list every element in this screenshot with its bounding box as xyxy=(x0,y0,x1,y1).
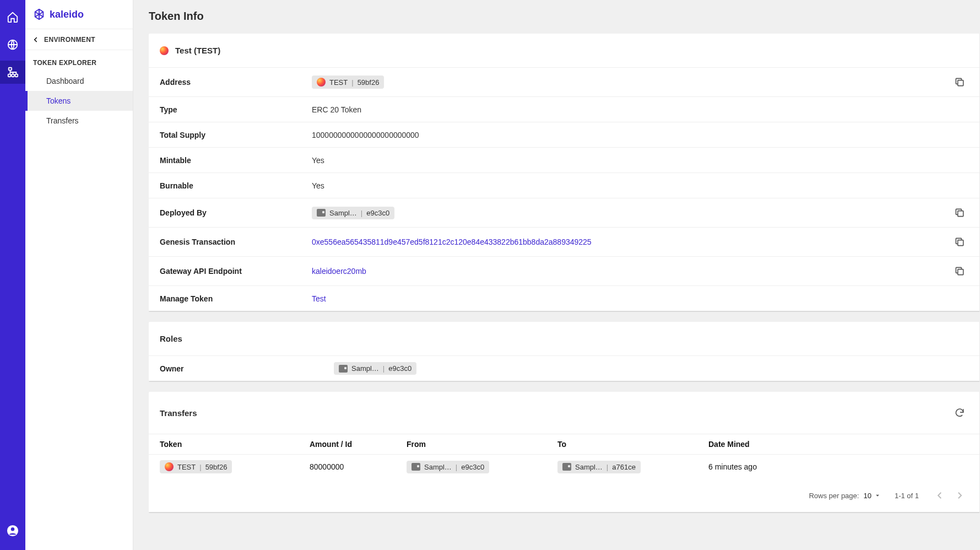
nav-transfers[interactable]: Transfers xyxy=(25,111,133,131)
chevron-left-icon xyxy=(935,490,945,500)
wallet-icon xyxy=(317,209,326,217)
owner-label: Owner xyxy=(160,364,334,373)
globe-icon xyxy=(7,39,19,51)
chip-id: a761ce xyxy=(612,463,636,471)
rail-home[interactable] xyxy=(0,6,25,29)
wallet-icon xyxy=(339,365,348,373)
table-pager: Rows per page: 10 1-1 of 1 xyxy=(149,479,979,512)
mintable-label: Mintable xyxy=(160,156,312,165)
rpp-value: 10 xyxy=(863,492,871,500)
chevron-left-icon xyxy=(32,36,40,44)
token-title: Test (TEST) xyxy=(175,46,220,55)
address-chip[interactable]: TEST | 59bf26 xyxy=(312,76,384,89)
svg-rect-7 xyxy=(958,80,963,86)
sidebar: kaleido ENVIRONMENT TOKEN EXPLORER Dashb… xyxy=(25,0,133,550)
next-page-button[interactable] xyxy=(952,488,967,503)
chevron-right-icon xyxy=(955,490,965,500)
environment-back[interactable]: ENVIRONMENT xyxy=(25,29,133,50)
row-date: 6 minutes ago xyxy=(708,462,968,471)
network-icon xyxy=(7,66,19,78)
wallet-icon xyxy=(562,463,571,471)
transfers-title: Transfers xyxy=(160,408,197,418)
svg-point-6 xyxy=(11,527,14,531)
nav-dashboard[interactable]: Dashboard xyxy=(25,71,133,91)
transfers-card: Transfers Token Amount / Id From To Date… xyxy=(149,392,980,513)
burnable-value: Yes xyxy=(312,181,968,190)
chip-name: Sampl… xyxy=(575,463,603,471)
person-icon xyxy=(7,525,19,537)
chip-id: 59bf26 xyxy=(358,78,380,87)
gateway-label: Gateway API Endpoint xyxy=(160,267,312,276)
roles-card: Roles Owner Sampl… | e9c3c0 xyxy=(149,322,980,382)
main-content: Token Info Test (TEST) Address TEST | 59… xyxy=(133,0,980,550)
chip-id: 59bf26 xyxy=(205,463,228,471)
gateway-link[interactable]: kaleidoerc20mb xyxy=(312,267,951,276)
copy-deployed-button[interactable] xyxy=(951,204,968,222)
type-label: Type xyxy=(160,105,312,114)
nav-tokens[interactable]: Tokens xyxy=(25,91,133,111)
supply-label: Total Supply xyxy=(160,131,312,139)
svg-rect-1 xyxy=(9,68,12,71)
copy-icon xyxy=(954,236,965,247)
deployed-chip[interactable]: Sampl… | e9c3c0 xyxy=(312,207,394,219)
owner-chip[interactable]: Sampl… | e9c3c0 xyxy=(334,362,416,375)
chip-name: Sampl… xyxy=(424,463,452,471)
col-amount: Amount / Id xyxy=(310,440,407,449)
manage-link[interactable]: Test xyxy=(312,294,968,303)
brand-name: kaleido xyxy=(50,9,84,20)
mintable-value: Yes xyxy=(312,156,968,165)
section-label: TOKEN EXPLORER xyxy=(25,50,133,71)
chip-name: TEST xyxy=(177,463,196,471)
col-token: Token xyxy=(160,440,310,449)
table-row[interactable]: TEST | 59bf26 80000000 Sampl… | e9c3c0 xyxy=(149,454,979,479)
token-swatch-icon xyxy=(160,46,169,55)
chip-id: e9c3c0 xyxy=(366,209,389,217)
roles-title: Roles xyxy=(160,334,182,343)
rpp-label: Rows per page: xyxy=(809,492,859,500)
copy-genesis-button[interactable] xyxy=(951,233,968,251)
deployed-label: Deployed By xyxy=(160,208,312,217)
rail-network[interactable] xyxy=(0,61,25,84)
chip-name: Sampl… xyxy=(329,209,357,217)
caret-down-icon xyxy=(874,492,881,499)
token-swatch-icon xyxy=(165,462,174,471)
copy-icon xyxy=(954,207,965,218)
address-label: Address xyxy=(160,78,312,87)
home-icon xyxy=(7,11,19,23)
refresh-icon xyxy=(954,407,965,418)
type-value: ERC 20 Token xyxy=(312,105,968,114)
copy-icon xyxy=(954,266,965,277)
manage-label: Manage Token xyxy=(160,294,312,303)
prev-page-button[interactable] xyxy=(932,488,947,503)
refresh-button[interactable] xyxy=(951,404,968,422)
chip-id: e9c3c0 xyxy=(461,463,484,471)
col-date: Date Mined xyxy=(708,440,968,449)
copy-icon xyxy=(954,77,965,88)
environment-label: ENVIRONMENT xyxy=(44,36,95,44)
row-from-chip[interactable]: Sampl… | e9c3c0 xyxy=(407,461,489,473)
row-to-chip[interactable]: Sampl… | a761ce xyxy=(557,461,641,473)
chip-id: e9c3c0 xyxy=(388,364,412,373)
row-amount: 80000000 xyxy=(310,462,407,471)
nav-rail xyxy=(0,0,25,550)
genesis-label: Genesis Transaction xyxy=(160,238,312,246)
brand-logo[interactable]: kaleido xyxy=(25,0,133,29)
svg-rect-4 xyxy=(15,74,18,77)
row-token-chip[interactable]: TEST | 59bf26 xyxy=(160,460,232,473)
burnable-label: Burnable xyxy=(160,181,312,190)
genesis-link[interactable]: 0xe556ea565435811d9e457ed5f8121c2c120e84… xyxy=(312,238,951,246)
svg-rect-2 xyxy=(8,74,11,77)
transfers-table: Token Amount / Id From To Date Mined TES… xyxy=(149,434,979,479)
copy-address-button[interactable] xyxy=(951,73,968,91)
token-info-card: Test (TEST) Address TEST | 59bf26 xyxy=(149,34,980,312)
rail-account[interactable] xyxy=(0,519,25,542)
rail-globe[interactable] xyxy=(0,33,25,56)
copy-gateway-button[interactable] xyxy=(951,262,968,280)
token-swatch-icon xyxy=(317,78,326,87)
rpp-select[interactable]: 10 xyxy=(863,492,881,500)
svg-rect-3 xyxy=(12,74,14,77)
supply-value: 1000000000000000000000000 xyxy=(312,131,968,139)
svg-rect-10 xyxy=(958,269,963,275)
chip-name: Sampl… xyxy=(351,364,379,373)
kaleido-logo-icon xyxy=(33,8,45,20)
